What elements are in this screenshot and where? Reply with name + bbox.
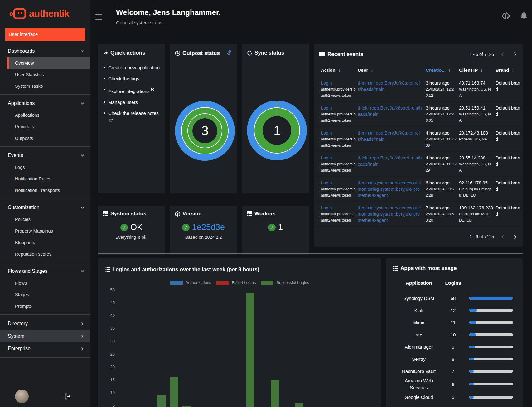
page-title: Welcome, Jens Langhammer. [116,8,221,17]
event-user-link[interactable]: tf-mimir-system:serviceaccount:monitorin… [358,205,421,223]
sidebar-item[interactable]: System [0,330,90,342]
usage-progress-bar [469,309,513,312]
chart-bar-successful-logins [271,380,279,407]
sidebar-item[interactable]: Enterprise [0,342,90,355]
event-brand: Default brand [496,155,520,167]
prev-page-icon[interactable] [501,52,505,56]
sidebar-item[interactable]: Applications [0,97,90,109]
apps-column-logins: Logins [439,280,467,286]
app-name: Synology DSM [402,295,436,302]
sidebar-item[interactable]: Reputation scores [0,248,90,260]
y-axis-tick: 15 [105,377,115,382]
sidebar-item[interactable] [0,262,90,262]
sidebar-item[interactable]: Events [0,150,90,161]
column-header[interactable]: Creatio...↑ [426,67,451,73]
sidebar-item[interactable]: Blueprints [0,237,90,248]
logout-icon[interactable] [64,393,71,400]
version-title: Version [182,211,201,217]
quick-action-link[interactable]: Create a new application [108,65,160,70]
sidebar-item[interactable] [0,146,90,147]
event-user-link[interactable]: tf-mimir-system:serviceaccount:monitorin… [358,180,421,198]
link-icon[interactable] [226,50,232,56]
event-action-link[interactable]: Login [321,105,332,110]
event-time-absolute: 25/03/2024, 12:20:05 [426,111,457,124]
quick-action-link[interactable]: Explore integrations [108,89,150,94]
sidebar-item[interactable]: Overview [7,57,90,69]
event-time-relative: 3 hours ago [426,80,457,86]
api-code-icon[interactable] [501,12,510,20]
chart-bar-successful-logins [157,395,166,407]
sidebar-item[interactable]: Applications [0,109,90,121]
sidebar-item[interactable]: Flows [0,277,90,289]
event-user-link[interactable]: tf-loki-repo:BeryJu/k8s:ref:refs/heads/m… [358,105,422,117]
sidebar-item[interactable]: Flows and Stages [0,265,90,277]
sidebar-item[interactable]: User Statistics [0,69,90,80]
event-row[interactable]: Login authentik.providers.oauth2.views.t… [314,77,523,102]
version-commit-link[interactable]: 1e25d3e [192,223,225,232]
column-header[interactable]: Brand↕ [496,67,514,73]
event-action-link[interactable]: Login [321,130,332,135]
event-row[interactable]: Login authentik.providers.oauth2.views.t… [314,202,523,227]
sidebar-item[interactable]: Directory [0,317,90,330]
sidebar-item[interactable]: Policies [0,213,90,225]
sidebar-item[interactable]: Customization [0,202,90,213]
quick-action-item: Explore integrations [103,86,160,95]
sidebar-item[interactable]: Dashboards [0,45,90,57]
sort-icon: ↕ [371,68,373,73]
usage-progress-fill [469,396,474,399]
column-header[interactable]: Action↕ [321,67,341,73]
sidebar-item[interactable]: Outposts [0,132,90,144]
sync-count: 1 [263,116,291,145]
user-interface-button[interactable]: User interface [5,28,85,41]
section-divider [98,198,309,198]
event-user-link[interactable]: tf-mimir-repo:BeryJu/k8s:ref:refs/heads/… [358,81,420,92]
next-page-icon[interactable] [512,52,516,56]
quick-action-link[interactable]: Manage users [108,100,138,105]
chevron-icon [80,322,84,325]
sidebar-item[interactable]: Logs [0,161,90,173]
event-row[interactable]: Login authentik.providers.oauth2.views.t… [314,177,523,202]
server-icon [103,211,108,216]
apps-usage-panel: Apps with most usage Application Logins … [386,258,523,407]
sidebar-item[interactable] [0,94,90,95]
next-page-icon[interactable] [512,235,516,239]
sidebar-item[interactable]: System Tasks [0,80,90,92]
avatar[interactable] [15,390,29,403]
sidebar-item[interactable] [0,357,90,358]
prev-page-icon[interactable] [501,235,505,239]
quick-action-link[interactable]: Check the release notes [108,110,159,116]
event-action-link[interactable]: Login [321,205,332,210]
app-name: HashiCorp Vault [402,368,436,375]
quick-action-item: Create a new application [103,64,160,71]
event-row[interactable]: Login authentik.providers.oauth2.views.t… [314,127,523,152]
column-header[interactable]: Client IP↕ [459,67,483,73]
quick-action-link[interactable]: Check the logs [108,76,139,81]
sidebar-item[interactable]: Stages [0,289,90,300]
column-header[interactable]: User↕ [358,67,373,73]
event-user-link[interactable]: tf-loki-repo:BeryJu/k8s:ref:refs/heads/m… [358,155,422,167]
sidebar-item[interactable]: Notification Rules [0,173,90,184]
y-axis-tick: 35 [105,326,115,331]
outpost-icon [175,51,180,56]
sidebar-item[interactable]: Prompts [0,300,90,312]
event-action-link[interactable]: Login [321,81,332,86]
app-usage-row: Synology DSM 68 [386,292,523,304]
sidebar-item[interactable]: Providers [0,121,90,132]
event-user-link[interactable]: tf-mimir-repo:BeryJu/k8s:ref:refs/heads/… [358,130,420,142]
usage-progress-bar [469,370,513,373]
event-action-link[interactable]: Login [321,180,332,185]
event-action-context: authentik.providers.oauth2.views.token [321,186,356,199]
chart-bar-successful-logins [246,293,254,407]
sidebar-item[interactable] [0,314,90,315]
sidebar-item[interactable]: Notification Transports [0,184,90,196]
authentik-logo-icon [9,8,26,19]
sidebar-item[interactable]: Property Mappings [0,225,90,237]
chevron-icon [81,269,84,272]
event-row[interactable]: Login authentik.providers.oauth2.views.t… [314,152,523,177]
version-card: Version ✓ 1e25d3e Based on 2024.2.2 [170,206,237,255]
event-row[interactable]: Login authentik.providers.oauth2.views.t… [314,102,523,127]
menu-toggle-icon[interactable] [95,14,102,20]
notifications-bell-icon[interactable] [520,12,530,20]
event-action-link[interactable]: Login [321,155,332,160]
sidebar-item[interactable] [0,199,90,199]
